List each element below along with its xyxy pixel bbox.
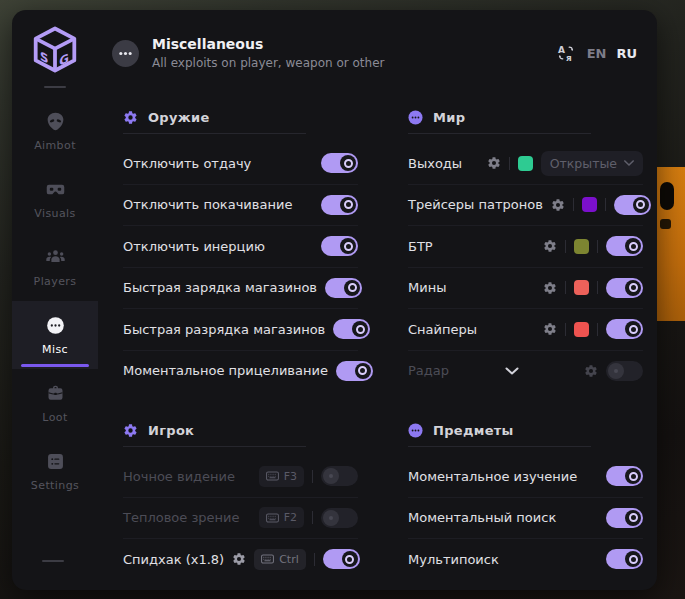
row-instant-aim: Моментальное прицеливание	[123, 351, 358, 392]
toggle-switch[interactable]	[336, 361, 373, 381]
dropdown-value: Открытые	[550, 156, 617, 171]
sidebar-item-misc[interactable]: Misc	[12, 301, 98, 369]
page-subtitle: All exploits on player, weapon or other	[152, 56, 384, 70]
section-player: Игрок Ночное видение F3 Тепловое зрение	[123, 421, 358, 580]
gear-icon[interactable]	[584, 364, 598, 378]
row-speedhack: Спидхак (x1.8) Ctrl	[123, 539, 358, 580]
settings-list-icon	[45, 451, 66, 472]
hotkey-label: F3	[284, 470, 297, 483]
section-title: Игрок	[148, 423, 194, 438]
row-no-sway: Отключить покачивание	[123, 185, 358, 227]
ellipsis-circle-icon	[408, 110, 423, 125]
sidebar-nav: Aimbot Visuals Players Misc	[12, 97, 98, 505]
sidebar-item-loot[interactable]: Loot	[12, 369, 98, 437]
gear-icon[interactable]	[232, 552, 246, 566]
sidebar-item-label: Players	[34, 275, 77, 288]
alien-icon	[45, 111, 66, 132]
gear-icon	[123, 110, 138, 125]
lang-en-button[interactable]: EN	[587, 46, 607, 61]
section-weapon: Оружие Отключить отдачу Отключить покачи…	[123, 108, 358, 391]
row-fast-reload: Быстрая зарядка магазинов	[123, 268, 358, 310]
hotkey-label: Ctrl	[279, 553, 299, 566]
color-swatch[interactable]	[582, 197, 597, 212]
hotkey-label: F2	[284, 511, 297, 524]
row-snipers: Снайперы	[408, 309, 643, 351]
toggle-switch[interactable]	[614, 195, 651, 215]
sidebar-item-players[interactable]: Players	[12, 233, 98, 301]
sidebar-item-label: Aimbot	[34, 139, 76, 152]
chevron-down-icon[interactable]	[505, 367, 519, 375]
toggle-switch[interactable]	[606, 278, 643, 298]
row-radar: Радар	[408, 351, 643, 392]
row-no-inertia: Отключить инерцию	[123, 226, 358, 268]
row-instant-loot: Моментальный поиск	[408, 498, 643, 540]
players-icon	[45, 247, 66, 268]
row-bullet-tracers: Трейсеры патронов	[408, 185, 643, 227]
ellipsis-circle-icon	[45, 315, 66, 336]
exits-dropdown[interactable]: Открытые	[541, 151, 643, 176]
row-night-vision: Ночное видение F3	[123, 456, 358, 498]
section-title: Предметы	[433, 423, 514, 438]
toggle-switch[interactable]	[333, 319, 370, 339]
gear-icon[interactable]	[487, 156, 501, 170]
gear-icon[interactable]	[551, 198, 565, 212]
toggle-switch[interactable]	[323, 549, 360, 569]
section-items: Предметы Моментальное изучение Моменталь…	[408, 421, 643, 580]
sidebar-item-label: Settings	[31, 479, 79, 492]
translate-icon: Aя	[557, 44, 575, 62]
gear-icon	[123, 423, 138, 438]
chevron-down-icon	[624, 160, 634, 166]
app-logo-icon: S G	[33, 26, 77, 73]
gear-icon[interactable]	[543, 281, 557, 295]
row-thermal-vision: Тепловое зрение F2	[123, 498, 358, 540]
hotkey-badge[interactable]: F3	[259, 466, 304, 487]
toggle-switch[interactable]	[321, 195, 358, 215]
svg-text:A: A	[558, 45, 565, 55]
sidebar-item-label: Loot	[42, 411, 67, 424]
section-world: Мир Выходы Открытые Трейсеры	[408, 108, 643, 391]
toggle-switch[interactable]	[606, 466, 643, 486]
sidebar-divider	[44, 86, 66, 88]
gear-icon[interactable]	[543, 239, 557, 253]
toggle-switch[interactable]	[606, 361, 643, 381]
section-divider	[123, 446, 306, 447]
toggle-switch[interactable]	[321, 153, 358, 173]
section-divider	[408, 446, 591, 447]
row-mines: Мины	[408, 268, 643, 310]
sidebar-item-visuals[interactable]: Visuals	[12, 165, 98, 233]
toggle-switch[interactable]	[321, 236, 358, 256]
row-multi-loot: Мультипоиск	[408, 539, 643, 580]
color-swatch[interactable]	[518, 156, 533, 171]
hotkey-badge[interactable]: F2	[259, 507, 304, 528]
toggle-switch[interactable]	[606, 508, 643, 528]
language-switcher: Aя EN RU	[557, 44, 637, 62]
right-column: Мир Выходы Открытые Трейсеры	[408, 102, 643, 580]
section-divider	[123, 133, 306, 134]
color-swatch[interactable]	[574, 239, 589, 254]
sidebar-item-aimbot[interactable]: Aimbot	[12, 97, 98, 165]
artifact-mark	[660, 182, 674, 210]
vr-goggles-icon	[45, 179, 66, 200]
cheat-menu-window: S G Aimbot Visuals Players	[12, 10, 657, 590]
toggle-switch[interactable]	[606, 549, 643, 569]
lang-ru-button[interactable]: RU	[616, 46, 637, 61]
game-background-artifact	[655, 167, 685, 321]
sidebar-item-settings[interactable]: Settings	[12, 437, 98, 505]
color-swatch[interactable]	[574, 280, 589, 295]
row-exits: Выходы Открытые	[408, 143, 643, 185]
color-swatch[interactable]	[574, 322, 589, 337]
gear-icon[interactable]	[543, 322, 557, 336]
left-column: Оружие Отключить отдачу Отключить покачи…	[123, 102, 358, 580]
toggle-switch[interactable]	[325, 278, 362, 298]
toggle-switch[interactable]	[321, 508, 358, 528]
sidebar-bottom-divider	[42, 560, 64, 562]
hotkey-badge[interactable]: Ctrl	[254, 549, 306, 570]
toggle-switch[interactable]	[606, 319, 643, 339]
row-no-recoil: Отключить отдачу	[123, 143, 358, 185]
svg-text:G: G	[59, 50, 69, 69]
sidebar-item-label: Misc	[42, 343, 68, 356]
toggle-switch[interactable]	[321, 466, 358, 486]
toggle-switch[interactable]	[606, 236, 643, 256]
page-header: Miscellaneous All exploits on player, we…	[98, 10, 657, 96]
row-fast-unload: Быстрая разрядка магазинов	[123, 309, 358, 351]
